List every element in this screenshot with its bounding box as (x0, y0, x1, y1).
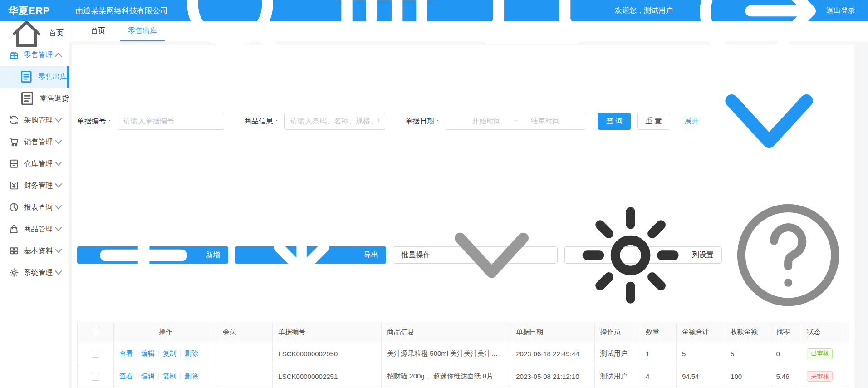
cell-date: 2023-05-08 21:12:10 (510, 365, 594, 388)
reset-button[interactable]: 重 置 (637, 113, 670, 130)
sidebar-item-label: 首页 (49, 29, 64, 38)
chevron-up-icon (53, 49, 64, 60)
cell-change: 0 (770, 342, 801, 365)
filter-bar: 单据编号： 商品信息： 单据日期： 开始时间 ~ 结束 (77, 53, 849, 189)
tab-retail-outbound[interactable]: 零售出库 (117, 21, 168, 41)
cell-change: 5.46 (770, 365, 801, 388)
content-area: 单据编号： 商品信息： 单据日期： 开始时间 ~ 结束 (69, 41, 868, 388)
column-header: 会员 (217, 322, 272, 342)
doc-icon (19, 69, 34, 84)
sidebar-item-basic[interactable]: 基本资料 (0, 240, 69, 262)
welcome-text: 欢迎您，测试用户 (615, 6, 673, 15)
action-delete-link[interactable]: 删除 (185, 349, 198, 357)
row-select-cell (78, 342, 114, 365)
action-copy-link[interactable]: 复制 (163, 349, 177, 357)
tabbar: 首页零售出库 (69, 21, 868, 41)
chevron-down-icon (53, 246, 64, 256)
search-button[interactable]: 查 询 (598, 113, 631, 130)
action-view-link[interactable]: 查看 (119, 349, 133, 357)
select-all-checkbox[interactable] (92, 329, 99, 336)
cell-product: 招财猫 200g， 超迷你维达面纸 8片 (382, 365, 510, 388)
column-header: 金额合计 (676, 322, 725, 342)
chevron-down-icon (53, 115, 64, 126)
column-header: 状态 (801, 322, 849, 342)
batch-operations-button[interactable]: 批量操作 (393, 246, 557, 264)
sidebar-item-goods[interactable]: 商品管理 (0, 218, 69, 240)
filter-divider (677, 115, 677, 127)
sidebar-subitem-label: 零售退货 (40, 94, 69, 103)
export-label: 导出 (363, 250, 378, 260)
row-checkbox[interactable] (92, 373, 99, 381)
erp-app: 华夏ERP 南通某某网络科技有限公司 欢迎您，测试用户 退出登录 首页零售管理零… (0, 0, 868, 388)
date-range-separator: ~ (514, 117, 518, 125)
column-settings-button[interactable]: 列设置 (564, 246, 722, 264)
cell-status: 未审核 (801, 365, 849, 388)
main-area: 首页零售出库 单据编号： 商品信息： 单据日期： (69, 21, 868, 388)
add-button[interactable]: 新增 (77, 246, 228, 264)
cell-total-amount: 5 (676, 342, 725, 365)
sidebar-item-label: 财务管理 (24, 181, 53, 191)
column-header: 单据日期 (510, 322, 594, 342)
sidebar-item-finance[interactable]: 财务管理 (0, 175, 69, 196)
download-icon (243, 197, 360, 314)
sidebar-item-label: 零售管理 (24, 50, 53, 60)
sidebar-item-home[interactable]: 首页 (0, 22, 69, 44)
action-divider: | (136, 372, 138, 380)
export-button[interactable]: 导出 (235, 246, 386, 264)
sidebar-item-sales[interactable]: 销售管理 (0, 131, 69, 153)
cell-product: 美汁源果粒橙 500ml 美汁美汁美汁美汁美... (382, 342, 510, 365)
columns-label: 列设置 (692, 250, 714, 260)
sidebar: 首页零售管理零售出库零售退货采购管理销售管理仓库管理财务管理报表查询商品管理基本… (0, 21, 69, 388)
sidebar-subitem-retail-return[interactable]: 零售退货 (0, 88, 69, 109)
chevron-down-icon (53, 180, 64, 191)
cell-qty: 1 (640, 342, 676, 365)
date-range-input[interactable]: 开始时间 ~ 结束时间 (446, 113, 586, 130)
product-filter: 商品信息： (244, 113, 385, 130)
action-delete-link[interactable]: 删除 (185, 372, 198, 380)
chevron-down-icon (434, 198, 549, 313)
action-edit-link[interactable]: 编辑 (141, 372, 155, 380)
sidebar-item-label: 商品管理 (24, 225, 53, 234)
finance-icon (9, 180, 20, 191)
company-name: 南通某某网络科技有限公司 (69, 5, 168, 16)
product-input[interactable] (284, 113, 385, 130)
toolbar: 新增 导出 批量操作 列设置 (77, 196, 849, 314)
sidebar-item-warehouse[interactable]: 仓库管理 (0, 153, 69, 175)
tab-home[interactable]: 首页 (79, 21, 117, 41)
orders-table: 操作会员单据编号商品信息单据日期操作员数量金额合计收款金额找零状态 查看|编辑|… (77, 322, 849, 388)
action-edit-link[interactable]: 编辑 (141, 349, 155, 357)
cell-qty: 4 (640, 365, 676, 388)
table-body: 查看|编辑|复制|删除LSCK00000002950美汁源果粒橙 500ml 美… (78, 342, 849, 388)
help-icon[interactable] (729, 196, 848, 314)
date-label: 单据日期： (405, 117, 441, 126)
column-header: 操作 (113, 322, 217, 342)
sidebar-item-purchase[interactable]: 采购管理 (0, 109, 69, 131)
sales-icon (9, 137, 20, 147)
sidebar-item-label: 基本资料 (24, 246, 53, 256)
date-end-placeholder: 结束时间 (531, 117, 560, 126)
table-row: 查看|编辑|复制|删除LSCK00000002251招财猫 200g， 超迷你维… (78, 365, 849, 388)
cell-received-amount: 100 (725, 365, 770, 388)
column-header: 找零 (770, 322, 801, 342)
action-view-link[interactable]: 查看 (119, 372, 133, 380)
chevron-down-icon (53, 224, 64, 235)
sidebar-item-label: 销售管理 (24, 138, 53, 147)
action-divider: | (180, 349, 181, 357)
sidebar-item-report[interactable]: 报表查询 (0, 196, 69, 218)
column-header: 数量 (640, 322, 676, 342)
sidebar-subitem-retail-outbound[interactable]: 零售出库 (0, 66, 69, 88)
row-checkbox[interactable] (92, 350, 99, 358)
batch-label: 批量操作 (401, 250, 430, 260)
gear-icon (573, 197, 688, 313)
cell-bill-no: LSCK00000002950 (273, 342, 382, 365)
goods-icon (9, 224, 20, 235)
row-select-cell (78, 365, 114, 388)
sidebar-item-system[interactable]: 系统管理 (0, 262, 69, 284)
app-logo: 华夏ERP (0, 4, 69, 18)
action-copy-link[interactable]: 复制 (163, 372, 177, 380)
action-divider: | (158, 372, 160, 380)
expand-link[interactable]: 展开 (684, 53, 837, 189)
bill-no-input[interactable] (118, 113, 224, 130)
chevron-down-icon (53, 158, 64, 169)
app-body: 首页零售管理零售出库零售退货采购管理销售管理仓库管理财务管理报表查询商品管理基本… (0, 21, 868, 388)
